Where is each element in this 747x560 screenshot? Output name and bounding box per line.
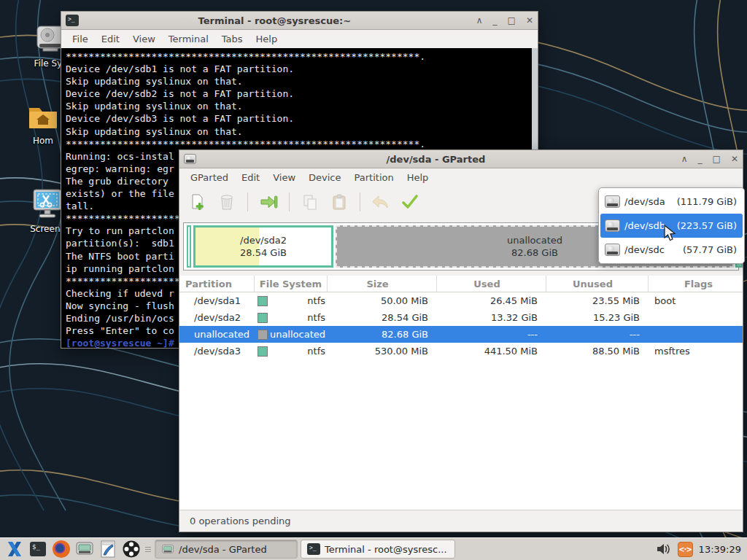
- firefox-icon: [53, 540, 70, 558]
- terminal-menu-item-help[interactable]: Help: [249, 31, 285, 47]
- hard-drive-icon: [605, 219, 620, 232]
- firefox-launcher[interactable]: [50, 540, 72, 559]
- resize-move-icon: [259, 193, 278, 211]
- display-tray-icon[interactable]: <·>: [678, 542, 693, 557]
- gparted-launcher[interactable]: [74, 540, 96, 559]
- terminal-icon: $_: [30, 542, 46, 556]
- cell-filesystem: ntfs: [268, 346, 328, 357]
- column-header-partition[interactable]: Partition: [179, 276, 255, 292]
- cell-unused: 88.50 MiB: [546, 346, 649, 357]
- column-header-used[interactable]: Used: [437, 276, 546, 292]
- cell-partition: /dev/sda3: [179, 346, 255, 357]
- taskbar-handle: [145, 542, 151, 556]
- cell-partition: /dev/sda1: [179, 295, 255, 306]
- terminal-line: Device /dev/sdb3 is not a FAT partition.: [66, 112, 530, 125]
- apply-operations-button[interactable]: [398, 190, 422, 214]
- terminal-menu-item-file[interactable]: File: [66, 31, 95, 47]
- terminal-menu-item-terminal[interactable]: Terminal: [162, 31, 215, 47]
- taskbar-window-button-gparted[interactable]: /dev/sda - GParted: [155, 540, 298, 559]
- resize-move-button[interactable]: [256, 190, 281, 214]
- maximize-icon[interactable]: □: [713, 155, 721, 163]
- text-editor-icon: [99, 540, 117, 559]
- cell-filesystem: unallocated: [268, 329, 328, 340]
- terminal-launcher[interactable]: $_: [27, 540, 49, 559]
- gparted-statusbar: 0 operations pending: [179, 510, 743, 532]
- gparted-menu-item-edit[interactable]: Edit: [235, 170, 266, 185]
- applications-menu-button[interactable]: [4, 540, 26, 559]
- device-size: (111.79 GiB): [677, 196, 737, 207]
- volume-icon[interactable]: [656, 542, 672, 556]
- terminal-menubar: FileEditViewTerminalTabsHelp: [61, 30, 538, 48]
- partition-visual-sda2[interactable]: /dev/sda2 28.54 GiB: [193, 225, 333, 268]
- partition-visual-sda1[interactable]: [187, 225, 191, 268]
- column-header-filesystem[interactable]: File System: [255, 276, 328, 292]
- terminal-menu-item-edit[interactable]: Edit: [95, 31, 126, 47]
- cell-size: 28.54 GiB: [328, 312, 437, 323]
- column-header-unused[interactable]: Unused: [546, 276, 649, 292]
- new-partition-button[interactable]: [185, 190, 210, 214]
- gparted-icon: [75, 541, 94, 557]
- text-editor-launcher[interactable]: [97, 540, 119, 559]
- taskbar-button-label: Terminal - root@sysresc...: [325, 544, 447, 555]
- cell-used: 13.32 GiB: [437, 312, 546, 323]
- paste-partition-icon: [330, 193, 348, 211]
- gparted-menubar: GPartedEditViewDevicePartitionHelp: [179, 168, 743, 187]
- table-row-sda2[interactable]: /dev/sda2 ntfs 28.54 GiB 13.32 GiB 15.23…: [179, 309, 743, 326]
- cell-unused: 23.55 MiB: [546, 295, 649, 306]
- gparted-menu-item-partition[interactable]: Partition: [348, 170, 400, 185]
- cell-partition: /dev/sda2: [179, 312, 255, 323]
- close-icon[interactable]: ✕: [526, 16, 533, 25]
- cell-filesystem: ntfs: [268, 295, 328, 306]
- device-name: /dev/sdc: [624, 244, 665, 255]
- gparted-menu-item-gparted[interactable]: GParted: [184, 170, 235, 185]
- cell-flags: msftres: [649, 346, 743, 357]
- undo-operation-button[interactable]: [368, 190, 393, 214]
- column-header-flags[interactable]: Flags: [649, 276, 743, 292]
- sysrescue-logo-icon: [5, 540, 24, 559]
- table-row-sda1[interactable]: /dev/sda1 ntfs 50.00 MiB 26.45 MiB 23.55…: [179, 292, 743, 309]
- delete-partition-icon: [219, 193, 235, 211]
- gparted-window-icon: [184, 154, 196, 164]
- filesystem-color-swatch: [258, 330, 268, 340]
- cell-partition: unallocated: [179, 329, 255, 340]
- paste-partition-button[interactable]: [327, 190, 352, 214]
- filesystem-color-swatch: [258, 346, 268, 357]
- device-option-sda[interactable]: /dev/sda (111.79 GiB): [600, 190, 743, 214]
- terminal-menu-item-view[interactable]: View: [126, 31, 162, 47]
- gparted-menu-item-help[interactable]: Help: [400, 170, 436, 185]
- partition-size-label: 28.54 GiB: [240, 246, 287, 259]
- gparted-icon: [161, 544, 174, 555]
- taskbar-button-label: /dev/sda - GParted: [179, 544, 267, 555]
- terminal-menu-item-tabs[interactable]: Tabs: [215, 31, 249, 47]
- minimize-icon[interactable]: _: [493, 16, 498, 25]
- close-icon[interactable]: ✕: [731, 155, 738, 163]
- apply-operations-icon: [400, 193, 419, 211]
- copy-partition-button[interactable]: [298, 190, 322, 214]
- toolbar-separator: [360, 192, 360, 211]
- minimize-icon[interactable]: _: [698, 155, 703, 163]
- gparted-menu-item-device[interactable]: Device: [302, 170, 347, 185]
- undo-operation-icon: [371, 193, 390, 211]
- terminal-icon: >_: [307, 543, 320, 555]
- table-row-unallocated[interactable]: unallocated unallocated 82.68 GiB --- --…: [179, 326, 743, 343]
- shade-icon[interactable]: ∧: [476, 16, 483, 25]
- media-app-launcher[interactable]: [120, 540, 142, 559]
- column-header-size[interactable]: Size: [328, 276, 437, 292]
- shade-icon[interactable]: ∧: [681, 155, 688, 163]
- table-row-sda3[interactable]: /dev/sda3 ntfs 530.00 MiB 441.50 MiB 88.…: [179, 343, 743, 359]
- delete-partition-button[interactable]: [214, 190, 239, 214]
- copy-partition-icon: [301, 193, 319, 211]
- device-size: (57.77 GiB): [683, 244, 737, 255]
- gparted-titlebar[interactable]: /dev/sda - GParted ∧ _ □ ✕: [179, 150, 743, 168]
- cell-unused: ---: [546, 329, 649, 340]
- terminal-line: Skip updating syslinux on that.: [66, 125, 530, 138]
- maximize-icon[interactable]: □: [508, 16, 516, 25]
- taskbar-window-button-terminal[interactable]: >_ Terminal - root@sysresc...: [301, 540, 455, 559]
- gparted-menu-item-view[interactable]: View: [266, 170, 302, 185]
- cell-size: 50.00 MiB: [328, 295, 437, 306]
- terminal-titlebar[interactable]: >_ Terminal - root@sysrescue:~ ∧ _ □ ✕: [61, 12, 538, 30]
- terminal-line: ****************************************…: [66, 138, 530, 150]
- mouse-cursor: [662, 225, 677, 245]
- cell-size: 530.00 MiB: [328, 346, 437, 357]
- cell-unused: 15.23 GiB: [546, 312, 649, 323]
